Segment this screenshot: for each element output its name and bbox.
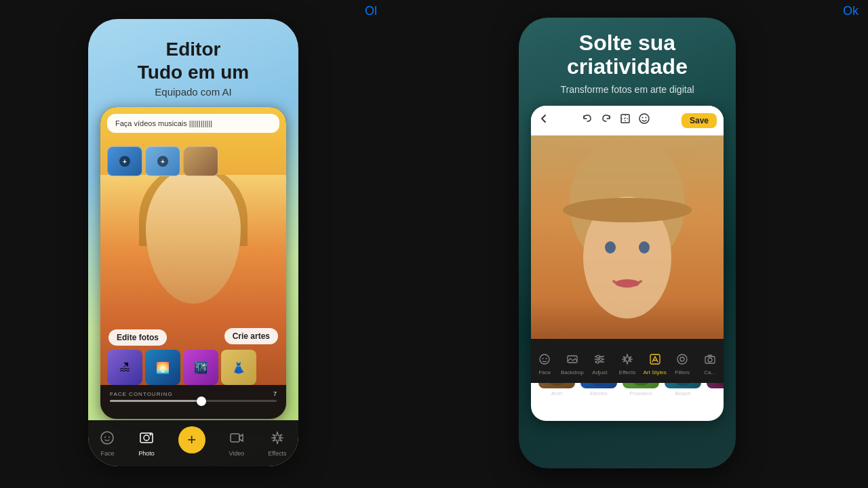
svg-point-46	[708, 358, 712, 362]
tab-adjust-icon	[593, 353, 606, 368]
photo-thumb-1[interactable]: +	[107, 146, 142, 176]
music-banner-text: Faça vídeos musicais ||||||||||||	[115, 119, 212, 127]
photo-thumb-2-plus: +	[157, 156, 168, 167]
face-icon	[100, 430, 115, 449]
inner-phone-bg: Faça vídeos musicais |||||||||||| + +	[100, 107, 286, 419]
texture-thumb-label-electric: Electric	[590, 390, 608, 396]
svg-point-5	[150, 433, 152, 435]
art-tile-inner-1: 🏖	[107, 350, 142, 385]
texture-thumb-label-arch: Arch	[551, 390, 562, 396]
emoji-icon[interactable]	[638, 113, 650, 128]
left-title-area: Editor Tudo em um Equipado com AI	[88, 38, 298, 98]
svg-point-41	[596, 361, 599, 363]
tab-art-styles[interactable]: Art Styles	[641, 353, 669, 375]
left-phone-mockup: Editor Tudo em um Equipado com AI Faça v…	[88, 19, 298, 466]
tab-effects[interactable]: Effects	[614, 353, 642, 375]
back-icon[interactable]	[538, 113, 550, 128]
fc-slider-fill	[110, 400, 201, 402]
fc-label: FACE CONTOURING	[110, 391, 173, 397]
tab-filters-icon	[676, 353, 688, 368]
tab-camera[interactable]: Ca...	[696, 353, 724, 375]
nav-label-photo: Photo	[138, 450, 155, 457]
left-title-main: Editor Tudo em um	[88, 38, 298, 83]
svg-point-9	[642, 117, 643, 119]
inner-phone-left: Faça vídeos musicais |||||||||||| + +	[100, 107, 286, 419]
svg-point-13	[563, 198, 692, 222]
plus-button[interactable]: +	[178, 426, 205, 453]
photo-thumb-2[interactable]: +	[145, 146, 180, 176]
svg-point-15	[639, 241, 650, 253]
tab-effects-icon	[621, 353, 633, 368]
svg-point-10	[645, 117, 646, 119]
bottom-nav: Face Photo +	[88, 420, 298, 466]
fc-slider-thumb[interactable]	[197, 396, 206, 406]
transform-icon[interactable]	[619, 113, 631, 128]
art-tile-inner-4: 👗	[221, 350, 256, 385]
tab-art-styles-icon	[649, 353, 661, 368]
left-panel: Ol Editor Tudo em um Equipado com AI Faç…	[0, 0, 387, 488]
svg-point-33	[542, 358, 544, 359]
right-title-main: Solte suacriatividade	[519, 31, 736, 79]
photo-thumb-1-plus: +	[119, 156, 130, 167]
redo-icon[interactable]	[600, 113, 612, 128]
nav-item-video[interactable]: Video	[229, 430, 244, 457]
svg-point-39	[597, 355, 599, 358]
svg-point-1	[104, 436, 106, 438]
svg-rect-6	[231, 434, 239, 442]
fc-row: FACE CONTOURING 7	[110, 390, 277, 397]
art-tile-inner-3: 🌃	[183, 350, 218, 385]
main-container: Ol Editor Tudo em um Equipado com AI Faç…	[0, 0, 868, 488]
nav-item-effects[interactable]: Effects	[268, 430, 286, 457]
art-thumb-4[interactable]: 👗	[221, 350, 256, 385]
svg-point-4	[144, 435, 149, 441]
nav-item-photo[interactable]: Photo	[138, 430, 155, 457]
face-contouring-slider[interactable]: FACE CONTOURING 7	[100, 385, 286, 419]
undo-icon[interactable]	[581, 113, 593, 128]
tab-art-styles-label: Art Styles	[643, 369, 666, 375]
photo-thumb-3[interactable]	[183, 146, 218, 176]
fc-slider-track[interactable]	[110, 400, 277, 402]
tab-backdrop-icon	[566, 353, 578, 368]
left-title-sub: Equipado com AI	[88, 86, 298, 98]
texture-thumb-label-beach: Beach	[675, 390, 691, 396]
svg-point-2	[108, 436, 110, 438]
tab-adjust-label: Adjust	[592, 369, 607, 375]
face-oval	[146, 175, 241, 304]
toolbar-icons-left	[538, 113, 550, 128]
video-icon	[229, 430, 244, 449]
tab-filters[interactable]: Filters	[669, 353, 696, 375]
right-top-button[interactable]: Ok	[843, 4, 859, 18]
toolbar-icons-center	[581, 113, 650, 128]
nav-item-plus[interactable]: +	[178, 426, 205, 460]
inner-phone-right: Save	[531, 106, 724, 421]
fc-value: 7	[273, 390, 277, 397]
photo-strip: + +	[107, 146, 279, 176]
svg-point-44	[680, 357, 684, 361]
nav-item-face[interactable]: Face	[100, 430, 115, 457]
art-thumb-1[interactable]: 🏖	[107, 350, 142, 385]
svg-rect-42	[650, 354, 660, 364]
tab-face[interactable]: Face	[531, 353, 559, 375]
edite-fotos-badge: Edite fotos	[108, 329, 167, 346]
svg-point-43	[677, 354, 687, 364]
tab-face-label: Face	[538, 369, 551, 375]
nav-label-video: Video	[229, 450, 244, 457]
music-banner[interactable]: Faça vídeos musicais ||||||||||||	[107, 114, 279, 133]
art-strip: 🏖 🌅 🌃 👗	[107, 350, 279, 385]
tab-camera-icon	[704, 353, 716, 368]
tab-face-icon	[538, 353, 551, 368]
svg-point-8	[639, 114, 649, 123]
tab-backdrop[interactable]: Backdrop	[559, 353, 587, 375]
tab-adjust[interactable]: Adjust	[586, 353, 614, 375]
left-top-button[interactable]: Ol	[365, 4, 377, 18]
photo-icon	[139, 430, 154, 449]
svg-point-34	[546, 358, 547, 359]
save-button[interactable]: Save	[682, 113, 717, 128]
art-tile-inner-2: 🌅	[145, 350, 180, 385]
right-phone-mockup: Solte suacriatividade Transforme fotos e…	[519, 18, 736, 468]
tab-filters-label: Filters	[675, 369, 690, 375]
art-thumb-2[interactable]: 🌅	[145, 350, 180, 385]
texture-thumb-label-prosseco: Prosseco	[629, 390, 652, 396]
art-thumb-3[interactable]: 🌃	[183, 350, 218, 385]
crie-artes-badge: Crie artes	[224, 328, 278, 344]
